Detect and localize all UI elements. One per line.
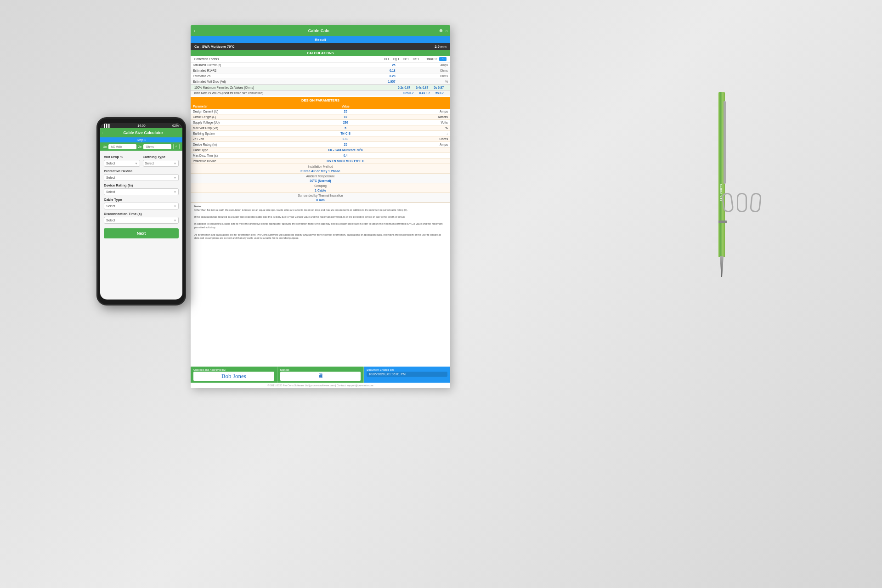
volt-drop-label: Volt Drop % [104, 155, 140, 159]
table-row: Estimated R1+R20.18Ohms [191, 68, 450, 74]
phone-time: 14:00 [137, 124, 146, 127]
row-unit: % [398, 79, 450, 85]
protective-device-section: Protective Device Select ▼ [104, 169, 179, 181]
cf-cc: Cc 1 [403, 57, 409, 61]
phone-step: Step 1 [100, 137, 182, 142]
earthing-arrow: ▼ [174, 162, 176, 165]
phone-signal: ▌▌▌ [104, 124, 111, 127]
phone-app-title: Cable Size Calculator [124, 130, 163, 135]
ze-input[interactable]: Ohms [143, 144, 171, 149]
row-label: Estimated Zs [191, 74, 347, 79]
paperclip-3 [750, 192, 762, 213]
zs-100-02s: 0.2s 0.87 [398, 86, 410, 89]
design-value: TN-C-S [283, 131, 408, 136]
design-unit: Volts [408, 120, 450, 125]
approved-by-section: Checked and Approved by: Bob Jones [191, 367, 277, 383]
design-unit [408, 153, 450, 158]
row-value: 25 [347, 62, 398, 68]
earthing-type-select[interactable]: Select ▼ [143, 160, 179, 167]
row-value: 1.957 [347, 79, 398, 85]
paperclips [723, 193, 763, 214]
zs-80-02s: 0.2s 0.7 [403, 91, 414, 95]
design-param: Max Volt Drop (Vd) [191, 125, 283, 131]
uo-input[interactable]: AC Volts [108, 144, 136, 149]
ambient-temp-value: 30°C (Normal) [191, 179, 450, 183]
phone-body: Volt Drop % Select ▼ Earthing Type Selec… [100, 151, 182, 226]
thermal-label: Surrounded by Thermal Insulation [191, 193, 450, 198]
design-unit: Ohms [408, 136, 450, 142]
zs-80-5s: 5s 0.7 [435, 91, 444, 95]
volt-drop-section: Volt Drop % Select ▼ [104, 153, 140, 167]
protective-device-select[interactable]: Select ▼ [104, 174, 179, 181]
pen-clip [724, 101, 726, 184]
signed-section: Signed: 🖥 [277, 367, 364, 383]
phone-device: ▌▌▌ 14:00 62% ← Cable Size Calculator St… [96, 117, 186, 305]
zs-80-04s: 0.4s 0.7 [419, 91, 430, 95]
zs-80-row: 80% Max Zs Values (used for cable size c… [191, 90, 450, 96]
cable-type-display: Cu - SWA Multicore 70°C [194, 45, 235, 49]
row-label: Tabulated Current (It) [191, 62, 347, 68]
phone-status-bar: ▌▌▌ 14:00 62% [100, 123, 182, 128]
total-cf-label: Total CF [426, 57, 437, 61]
design-table-row: Max Disc. Time (s)0.4 [191, 153, 450, 158]
disconnection-time-section: Disconnection Time (s) Select ▼ [104, 212, 179, 224]
paperclip-1 [721, 192, 734, 213]
phone-back-icon[interactable]: ← [101, 130, 105, 135]
volt-drop-select[interactable]: Select ▼ [104, 160, 140, 167]
cable-type-select[interactable]: Select ▼ [104, 203, 179, 209]
document-paper: ← Cable Calc ⊕ ⌂ Result Cu - SWA Multico… [191, 25, 450, 388]
design-unit: Amps [408, 142, 450, 147]
cable-info-bar: Cu - SWA Multicore 70°C 2.5 mm [191, 43, 450, 50]
earthing-type-section: Earthing Type Select ▼ [143, 153, 179, 167]
cable-size-display: 2.5 mm [435, 45, 447, 49]
design-param: Design Current (Ib) [191, 109, 283, 114]
installation-method-value: E Free Air or Tray 1 Phase [191, 169, 450, 173]
notes-section: Notes:Other than flat twin & earth the c… [191, 203, 450, 242]
design-unit [408, 158, 450, 164]
volt-drop-arrow: ▼ [135, 162, 138, 165]
result-bar: Result [191, 36, 450, 43]
device-rating-select[interactable]: Select ▼ [104, 188, 179, 195]
design-param: Earthing System [191, 131, 283, 136]
table-row: Estimated Zs0.28Ohms [191, 74, 450, 79]
row-value: 0.28 [347, 74, 398, 79]
design-unit [408, 147, 450, 153]
zs-100-label: 100% Maximum Permitted Zs Values (Ohms) [194, 86, 395, 89]
design-param: Max Disc. Time (s) [191, 153, 283, 158]
device-rating-section: Device Rating (In) Select ▼ [104, 183, 179, 195]
table-row: Estimated Volt Drop (Vd)1.957% [191, 79, 450, 85]
doc-footer: Checked and Approved by: Bob Jones Signe… [191, 367, 450, 388]
design-table-row: Max Volt Drop (Vd)5% [191, 125, 450, 131]
next-button[interactable]: Next [104, 228, 179, 238]
table-row: Tabulated Current (It)25Amps [191, 62, 450, 68]
design-table: Parameter Value Design Current (Ib)25Amp… [191, 104, 450, 164]
design-table-row: Device Rating (In)25Amps [191, 142, 450, 147]
signed-label: Signed: [280, 368, 361, 371]
doc-header: ← Cable Calc ⊕ ⌂ [191, 25, 450, 36]
design-param: Supply Voltage (Uo) [191, 120, 283, 125]
total-cf-value: 1 [439, 57, 447, 61]
thermal-value: 0 mm [191, 198, 450, 202]
zs-100-row: 100% Maximum Permitted Zs Values (Ohms) … [191, 85, 450, 90]
zs-100-5s: 5s 0.87 [434, 86, 444, 89]
design-unit: Meters [408, 114, 450, 120]
protective-device-arrow: ▼ [174, 176, 176, 179]
zs-80-label: 80% Max Zs Values (used for cable size c… [194, 91, 400, 95]
grouping-label: Grouping [191, 183, 450, 188]
volt-earthing-row: Volt Drop % Select ▼ Earthing Type Selec… [104, 153, 179, 167]
approved-label: Checked and Approved by: [193, 368, 274, 371]
design-table-row: Design Current (Ib)25Amps [191, 109, 450, 114]
earthing-type-label: Earthing Type [143, 155, 179, 159]
approved-name: Bob Jones [193, 372, 274, 381]
search-icon[interactable]: ⊕ [439, 28, 443, 33]
home-icon[interactable]: ⌂ [446, 28, 448, 33]
confirm-icon[interactable]: ✓ [173, 144, 180, 149]
disconnection-time-select[interactable]: Select ▼ [104, 217, 179, 224]
date-section: Document Created on: 10/05/2020 | 01:06:… [364, 367, 450, 383]
back-arrow-icon[interactable]: ← [193, 28, 198, 34]
design-table-row: Cable TypeCu - SWA Multicore 70°C [191, 147, 450, 153]
date-value: 10/05/2020 | 01:06:01 PM [367, 372, 447, 377]
footer-approved-section: Checked and Approved by: Bob Jones Signe… [191, 367, 450, 383]
pen-band [718, 220, 727, 223]
signature-image: 🖥 [280, 372, 361, 381]
